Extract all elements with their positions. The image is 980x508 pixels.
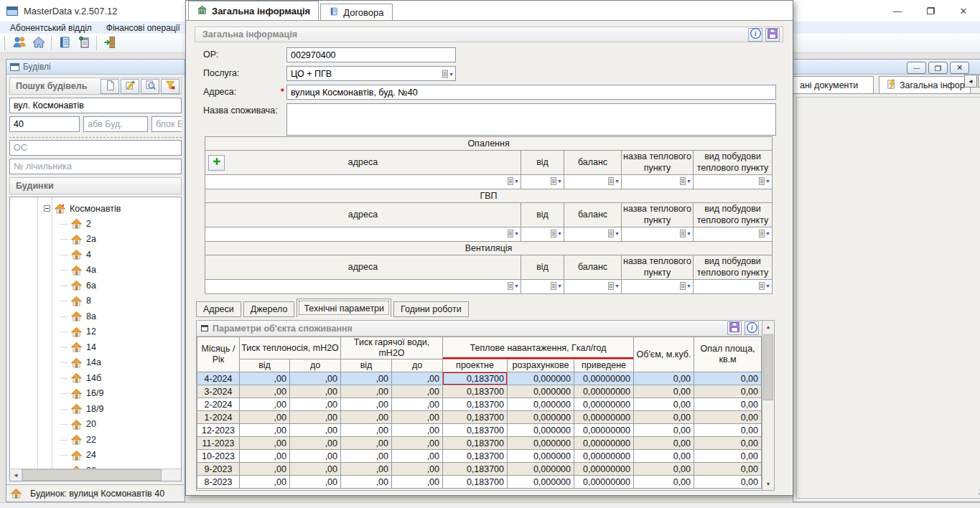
value-cell[interactable]: ,00 bbox=[240, 450, 290, 463]
dropdown-icon[interactable]: ▼ bbox=[759, 177, 770, 185]
toolbar-grip[interactable] bbox=[3, 36, 5, 50]
value-cell[interactable]: 0,00 bbox=[694, 411, 762, 424]
scroll-down-icon[interactable]: ▼ bbox=[762, 478, 774, 490]
value-cell[interactable]: ,00 bbox=[392, 385, 443, 398]
month-cell[interactable]: 8-2023 bbox=[197, 476, 240, 489]
collapse-icon[interactable] bbox=[44, 205, 50, 212]
value-cell[interactable]: ,00 bbox=[341, 398, 392, 411]
dropdown-icon[interactable]: ▼ bbox=[680, 230, 691, 237]
dropdown-icon[interactable]: ▼ bbox=[680, 282, 691, 290]
tree-item[interactable]: 6а bbox=[10, 278, 181, 293]
value-cell[interactable]: 0,183700 bbox=[443, 398, 508, 411]
tree-item[interactable]: 8а bbox=[10, 309, 181, 324]
value-cell[interactable]: ,00 bbox=[290, 463, 341, 476]
buildings-button[interactable] bbox=[29, 34, 48, 52]
service-input[interactable] bbox=[286, 66, 456, 81]
scrollbar-thumb[interactable] bbox=[22, 469, 162, 481]
value-cell[interactable]: ,00 bbox=[392, 411, 443, 424]
dropdown-cell[interactable]: ▼ bbox=[205, 227, 521, 242]
value-cell[interactable]: 0,00000000 bbox=[574, 385, 634, 398]
dropdown-icon[interactable]: ▼ bbox=[508, 230, 519, 237]
value-cell[interactable]: ,00 bbox=[341, 385, 392, 398]
dropdown-cell[interactable]: ▼ bbox=[564, 227, 622, 242]
value-cell[interactable]: ,00 bbox=[240, 424, 290, 437]
dropdown-icon[interactable]: ▼ bbox=[608, 230, 620, 237]
meter-number-input[interactable] bbox=[9, 159, 182, 174]
value-cell[interactable]: ,00 bbox=[341, 424, 392, 437]
value-cell[interactable]: 0,183700 bbox=[443, 450, 508, 463]
tree-item[interactable]: 14 bbox=[10, 339, 181, 355]
value-cell[interactable]: ,00 bbox=[240, 385, 290, 398]
dropdown-icon[interactable]: ▼ bbox=[442, 70, 454, 77]
value-cell[interactable]: 0,00 bbox=[694, 424, 762, 437]
table-row[interactable]: 8-2023,00,00,00,000,1837000,0000000,0000… bbox=[197, 476, 762, 489]
value-cell[interactable]: ,00 bbox=[392, 424, 443, 437]
value-cell[interactable]: 0,183700 bbox=[443, 437, 508, 450]
value-cell[interactable]: ,00 bbox=[341, 411, 392, 424]
value-cell[interactable]: 0,00000000 bbox=[574, 424, 634, 437]
dropdown-icon[interactable]: ▼ bbox=[608, 282, 620, 290]
table-row[interactable]: 11-2023,00,00,00,000,1837000,0000000,000… bbox=[197, 437, 762, 450]
value-cell[interactable]: 0,00 bbox=[634, 385, 694, 398]
search-button[interactable] bbox=[141, 79, 159, 94]
value-cell[interactable]: 0,00 bbox=[634, 424, 694, 437]
value-cell[interactable]: 0,00000000 bbox=[574, 411, 634, 424]
table-row[interactable]: 2-2024,00,00,00,000,1837000,0000000,0000… bbox=[197, 398, 762, 411]
value-cell[interactable]: 0,000000 bbox=[508, 385, 574, 398]
value-cell[interactable]: ,00 bbox=[240, 398, 290, 411]
value-cell[interactable]: 0,00000000 bbox=[574, 450, 634, 463]
table-row[interactable]: 1-2024,00,00,00,000,1837000,0000000,0000… bbox=[197, 411, 762, 424]
dropdown-icon[interactable]: ▼ bbox=[608, 177, 620, 185]
save-button[interactable] bbox=[727, 321, 742, 335]
value-cell[interactable]: ,00 bbox=[240, 372, 290, 385]
tree-item[interactable]: 14б bbox=[10, 370, 181, 386]
tree-item[interactable]: 2а bbox=[10, 232, 181, 248]
value-cell[interactable]: 0,183700 bbox=[443, 411, 508, 424]
restore-button[interactable] bbox=[928, 62, 948, 74]
add-row-button[interactable] bbox=[208, 155, 225, 171]
or-input[interactable] bbox=[286, 47, 456, 62]
value-cell[interactable]: 0,00 bbox=[694, 476, 762, 489]
value-cell[interactable]: ,00 bbox=[392, 463, 443, 476]
value-cell[interactable]: 0,00000000 bbox=[574, 372, 634, 385]
dropdown-icon[interactable]: ▼ bbox=[551, 230, 562, 237]
tree-item[interactable]: 14а bbox=[10, 355, 181, 371]
dropdown-cell[interactable]: ▼ bbox=[205, 280, 521, 294]
value-cell[interactable]: ,00 bbox=[290, 411, 341, 424]
value-cell[interactable]: 0,00000000 bbox=[574, 476, 634, 489]
value-cell[interactable]: ,00 bbox=[290, 437, 341, 450]
table-row[interactable]: 10-2023,00,00,00,000,1837000,0000000,000… bbox=[197, 450, 762, 463]
value-cell[interactable]: ,00 bbox=[392, 398, 443, 411]
value-cell[interactable]: 0,00 bbox=[694, 398, 762, 411]
value-cell[interactable]: ,00 bbox=[392, 476, 443, 489]
value-cell[interactable]: ,00 bbox=[290, 476, 341, 489]
table-row[interactable]: 4-2024,00,00,00,000,1837000,0000000,0000… bbox=[197, 372, 762, 385]
value-cell[interactable]: ,00 bbox=[341, 463, 392, 476]
info-button[interactable]: i bbox=[745, 321, 759, 335]
restore-button[interactable] bbox=[914, 0, 947, 22]
value-cell[interactable]: 0,00000000 bbox=[574, 463, 634, 476]
tree-item[interactable]: 18/9 bbox=[10, 401, 181, 417]
month-cell[interactable]: 11-2023 bbox=[197, 437, 240, 450]
params-vertical-scrollbar[interactable]: ▲ ▼ bbox=[762, 321, 774, 490]
value-cell[interactable]: 0,000000 bbox=[508, 437, 574, 450]
minimize-button[interactable]: — bbox=[907, 62, 926, 74]
dropdown-icon[interactable]: ▼ bbox=[551, 177, 562, 185]
value-cell[interactable]: ,00 bbox=[392, 372, 443, 385]
value-cell[interactable]: 0,00 bbox=[694, 437, 762, 450]
value-cell[interactable]: 0,000000 bbox=[508, 411, 574, 424]
tree-item[interactable]: 24 bbox=[10, 448, 181, 464]
month-cell[interactable]: 1-2024 bbox=[197, 411, 240, 424]
value-cell[interactable]: ,00 bbox=[341, 437, 392, 450]
house-block-input[interactable] bbox=[151, 116, 182, 132]
menu-item[interactable]: Абонентський відділ bbox=[3, 22, 99, 34]
scrollbar-thumb[interactable] bbox=[763, 334, 773, 400]
dropdown-cell[interactable]: ▼ bbox=[564, 280, 622, 294]
minimize-button[interactable]: — bbox=[881, 0, 914, 22]
value-cell[interactable]: 0,00 bbox=[634, 411, 694, 424]
value-cell[interactable]: ,00 bbox=[240, 437, 290, 450]
tab-contracts[interactable]: Договора bbox=[320, 4, 392, 20]
tree-item[interactable]: 20 bbox=[10, 417, 181, 433]
month-cell[interactable]: 2-2024 bbox=[197, 398, 240, 411]
value-cell[interactable]: ,00 bbox=[341, 476, 392, 489]
